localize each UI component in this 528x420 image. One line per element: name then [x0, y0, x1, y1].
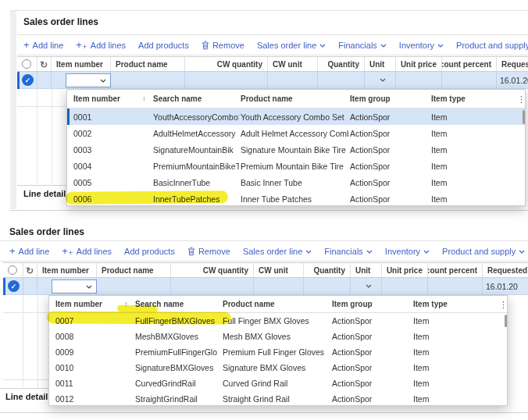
highlight-marker [117, 305, 158, 313]
column-header-label: Quantity [313, 266, 345, 275]
lookup-column-header-item-number[interactable]: Item number [55, 296, 127, 312]
lookup-column-header-item-group[interactable]: Item group [350, 90, 428, 108]
row-selected-check-icon[interactable]: ✓ [8, 280, 20, 292]
toolbar-button-product-and-supply[interactable]: Product and supply [442, 247, 525, 256]
toolbar-button-add-line[interactable]: +Add line [9, 247, 49, 256]
requested-date-cell[interactable]: 16.01.20 [500, 72, 528, 89]
column-header-label: Unit price [401, 60, 437, 69]
grid-cell [37, 72, 52, 88]
lookup-row-0003[interactable]: 0003SignatureMountainBikSignature Mounta… [67, 141, 525, 158]
column-header-unit-price[interactable]: Unit price [396, 57, 442, 71]
toolbar-button-product-and-supply[interactable]: Product and supply [456, 41, 528, 50]
column-header-product-name[interactable]: Product name [97, 263, 171, 277]
lookup-cell-search-name: MeshBMXGloves [135, 329, 221, 344]
grid-row-selected[interactable]: ✓16.01.20 [17, 72, 528, 89]
refresh-header-cell[interactable]: ↻ [23, 263, 37, 277]
grid-cell [23, 278, 37, 294]
lookup-cell-product-name: Inner Tube Patches [241, 190, 348, 207]
toolbar-button-financials[interactable]: Financials [324, 247, 373, 256]
toolbar-button-add-line[interactable]: +Add line [23, 41, 63, 50]
plus-icon: + [9, 247, 16, 255]
lookup-cell-item-number: 0008 [55, 329, 127, 344]
column-header-discount-percent[interactable]: Discount percent [442, 57, 497, 71]
lookup-cell-search-name: BasicInnerTube [153, 174, 239, 190]
lookup-column-header-item-type[interactable]: Item type [413, 296, 496, 312]
grid-cell [304, 278, 351, 294]
lookup-row-0010[interactable]: 0010SignatureBMXGlovesSignature BMX Glov… [49, 360, 507, 376]
column-header-quantity[interactable]: Quantity [304, 263, 351, 277]
item-number-combobox[interactable] [52, 279, 97, 294]
column-header-requested[interactable]: Requested [483, 263, 528, 277]
toolbar-button-remove[interactable]: Remove [187, 247, 230, 257]
toolbar-button-inventory[interactable]: Inventory [385, 247, 430, 256]
refresh-header-cell[interactable]: ↻ [37, 57, 52, 71]
item-number-combobox[interactable] [66, 73, 111, 87]
column-header-product-name[interactable]: Product name [111, 57, 185, 71]
toolbar-button-label: Product and supply [456, 41, 528, 50]
lookup-column-header-item-group[interactable]: Item group [332, 296, 410, 312]
lookup-cell-item-number: 0002 [73, 125, 145, 141]
unit-dropdown-chevron-icon[interactable] [380, 78, 386, 82]
toolbar-button-add-products[interactable]: Add products [124, 247, 175, 256]
panel-top-border [10, 10, 528, 11]
select-all-header-cell[interactable] [17, 57, 37, 71]
select-all-header-cell[interactable] [3, 263, 23, 277]
toolbar-button-inventory[interactable]: Inventory [399, 41, 444, 50]
column-header-unit[interactable]: Unit [351, 263, 382, 277]
lookup-cell-item-group: ActionSpor [332, 313, 410, 329]
lookup-row-0011[interactable]: 0011CurvedGrindRailCurved Grind RailActi… [49, 376, 507, 391]
column-header-label: Discount percent [442, 60, 491, 69]
lookup-more-options-icon[interactable]: ⋮ [499, 301, 508, 308]
grid-cell [396, 72, 442, 88]
lookup-column-header-product-name[interactable]: Product name [241, 90, 348, 108]
row-selected-check-icon[interactable]: ✓ [22, 74, 34, 86]
lookup-more-options-icon[interactable]: ⋮ [517, 95, 526, 103]
lookup-row-0008[interactable]: 0008MeshBMXGlovesMesh BMX GlovesActionSp… [49, 329, 507, 344]
toolbar-button-remove[interactable]: Remove [202, 41, 244, 51]
lookup-column-header-item-number[interactable]: Item number [73, 90, 145, 108]
lookup-column-header-item-type[interactable]: Item type [431, 90, 514, 108]
chevron-down-icon [319, 44, 326, 48]
lookup-row-0012[interactable]: 0012StraightGrindRailStraight Grind Rail… [49, 391, 507, 407]
lookup-scrollbar-thumb[interactable] [523, 110, 525, 124]
lookup-row-0002[interactable]: 0002AdultHelmetAccessoryAdult Helmet Acc… [67, 125, 525, 141]
toolbar-button-label: Add products [138, 41, 189, 50]
column-header-item-number[interactable]: Item number [52, 57, 111, 71]
requested-date-cell[interactable]: 16.01.20 [486, 278, 528, 295]
column-header-quantity[interactable]: Quantity [318, 57, 365, 71]
toolbar-button-add-lines[interactable]: +₊Add lines [76, 41, 126, 50]
column-header-requested[interactable]: Requested [497, 57, 528, 71]
lookup-cell-item-type: Item [431, 109, 514, 125]
lookup-row-0005[interactable]: 0005BasicInnerTubeBasic Inner TubeAction… [67, 174, 525, 190]
column-header-cw-unit[interactable]: CW unit [268, 57, 318, 71]
lookup-row-0009[interactable]: 0009PremiumFullFingerGloPremium Full Fin… [49, 344, 507, 360]
lookup-cell-item-group: ActionSpor [332, 360, 410, 376]
lookup-column-header-search-name[interactable]: Search name [153, 90, 239, 108]
toolbar-button-sales-order-line[interactable]: Sales order line [257, 41, 326, 50]
lookup-column-header-product-name[interactable]: Product name [223, 296, 330, 312]
lookup-row-0004[interactable]: 0004PremiumMountainBikeTPremium Mountain… [67, 158, 525, 174]
column-header-unit[interactable]: Unit [365, 57, 396, 71]
column-header-unit-price[interactable]: Unit price [382, 263, 428, 277]
plus-icon: + [23, 41, 30, 49]
grid-row-selected[interactable]: ✓16.01.20 [3, 278, 528, 295]
toolbar-button-financials[interactable]: Financials [338, 41, 387, 50]
column-header-cw-quantity[interactable]: CW quantity [185, 57, 268, 71]
lookup-scrollbar-thumb[interactable] [505, 315, 507, 327]
lookup-cell-item-type: Item [431, 190, 514, 207]
panel-bottom-divider [0, 412, 528, 413]
chevron-down-icon [519, 250, 525, 254]
chevron-down-icon [366, 250, 373, 254]
toolbar-button-sales-order-line[interactable]: Sales order line [243, 247, 312, 256]
toolbar-button-add-lines[interactable]: +₊Add lines [62, 247, 112, 256]
toolbar-bottom-divider [17, 55, 528, 55]
line-details-divider [17, 185, 66, 186]
lookup-row-0001[interactable]: 0001YouthAccessoryComboSYouth Accessory … [67, 109, 525, 125]
column-header-cw-unit[interactable]: CW unit [254, 263, 304, 277]
grid-toolbar: +Add line+₊Add linesAdd productsRemoveSa… [9, 244, 528, 259]
column-header-discount-percent[interactable]: Discount percent [428, 263, 483, 277]
unit-dropdown-chevron-icon[interactable] [366, 284, 372, 288]
column-header-item-number[interactable]: Item number [37, 263, 97, 277]
toolbar-button-add-products[interactable]: Add products [138, 41, 189, 50]
column-header-cw-quantity[interactable]: CW quantity [171, 263, 254, 277]
